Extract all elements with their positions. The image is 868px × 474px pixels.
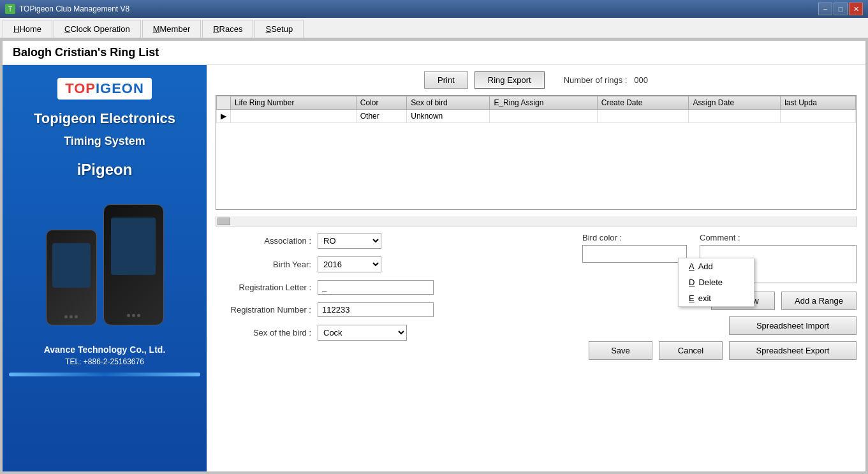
- sex-label: Sex of the bird :: [216, 328, 311, 337]
- spreadsheet-export-button[interactable]: Spreadsheet Export: [729, 341, 857, 360]
- cell-sex: Unknown: [407, 110, 490, 123]
- th-color: Color: [356, 96, 407, 110]
- th-indicator: [217, 96, 231, 110]
- main-window: Balogh Cristian's Ring List TOPIGEON Top…: [3, 41, 865, 471]
- row-indicator: ▶: [217, 110, 231, 123]
- device-small: [46, 230, 97, 325]
- sidebar: TOPIGEON Topigeon Electronics Timing Sys…: [3, 65, 207, 471]
- table-row[interactable]: ▶ Other Unknown: [217, 110, 856, 123]
- registration-letter-label: Registration Letter :: [216, 283, 311, 292]
- association-label: Association :: [216, 236, 311, 246]
- device-dots-large: [127, 314, 140, 317]
- cell-e-ring: [490, 110, 597, 123]
- sidebar-devices: [22, 185, 188, 325]
- cell-life-ring: [231, 110, 357, 123]
- save-button[interactable]: Save: [589, 341, 652, 360]
- th-life-ring-number: Life Ring Number: [231, 96, 357, 110]
- sidebar-accent: [9, 373, 200, 376]
- rings-table-container[interactable]: Life Ring Number Color Sex of bird E_Rin…: [216, 95, 857, 210]
- association-row: Association : RO FCI NBB: [216, 233, 572, 249]
- save-cancel-row: Save Cancel Spreadsheet Export: [582, 341, 857, 360]
- registration-number-input[interactable]: [318, 302, 434, 317]
- sex-row: Sex of the bird : Cock Hen Unknown: [216, 325, 572, 341]
- spreadsheet-import-wrapper: Spreadsheet Import: [582, 316, 857, 335]
- device-screen-large: [111, 218, 156, 275]
- bottom-right: Bird color : A Add D Delete: [582, 233, 857, 360]
- birth-year-label: Birth Year:: [216, 260, 311, 269]
- cell-assign-date: [689, 110, 781, 123]
- rings-count: 000: [634, 75, 648, 85]
- sidebar-tel: TEL: +886-2-25163676: [65, 357, 144, 366]
- minimize-button[interactable]: −: [818, 3, 832, 15]
- sidebar-logo: TOPIGEON: [57, 78, 152, 100]
- add-range-button[interactable]: Add a Range: [781, 292, 857, 310]
- table-header-row: Life Ring Number Color Sex of bird E_Rin…: [217, 96, 856, 110]
- birth-year-select[interactable]: 2016 2015 2014 2017 2018: [318, 256, 381, 272]
- registration-letter-row: Registration Letter :: [216, 280, 572, 295]
- title-bar-left: T TOPigeon Club Management V8: [5, 4, 129, 14]
- logo-text: TOPIGEON: [65, 80, 144, 96]
- table-scrollbar[interactable]: [216, 216, 857, 226]
- bottom-section: Association : RO FCI NBB Birth Year: 201…: [216, 233, 857, 360]
- registration-number-label: Registration Number :: [216, 305, 311, 315]
- main-panel: Print Ring Export Number of rings : 000 …: [207, 65, 865, 471]
- context-menu-delete[interactable]: D Delete: [679, 274, 754, 290]
- app-icon: T: [5, 4, 15, 14]
- bird-color-wrapper: A Add D Delete E exit: [582, 245, 687, 263]
- tab-member[interactable]: M Member: [142, 20, 202, 38]
- tab-races[interactable]: R Races: [202, 20, 253, 38]
- spreadsheet-import-button[interactable]: Spreadsheet Import: [729, 316, 857, 335]
- th-create-date: Create Date: [597, 96, 689, 110]
- menu-bar: H Home C Clock Operation M Member R Race…: [0, 18, 868, 38]
- context-menu-add[interactable]: A Add: [679, 258, 754, 274]
- device-screen-small: [52, 243, 91, 288]
- tab-home[interactable]: H Home: [3, 20, 52, 38]
- th-last-update: last Upda: [781, 96, 856, 110]
- bottom-left-form: Association : RO FCI NBB Birth Year: 201…: [216, 233, 572, 360]
- app-title: TOPigeon Club Management V8: [19, 4, 129, 13]
- device-large: [103, 204, 164, 325]
- cancel-button[interactable]: Cancel: [659, 341, 723, 360]
- close-button[interactable]: ✕: [849, 3, 863, 15]
- content-area: TOPIGEON Topigeon Electronics Timing Sys…: [3, 65, 865, 471]
- bird-color-section: Bird color : A Add D Delete: [582, 233, 687, 285]
- rings-table: Life Ring Number Color Sex of bird E_Rin…: [216, 96, 856, 123]
- context-menu-exit[interactable]: E exit: [679, 290, 754, 306]
- device-dots-small: [64, 315, 78, 318]
- title-bar: T TOPigeon Club Management V8 − □ ✕: [0, 0, 868, 18]
- th-assign-date: Assign Date: [689, 96, 781, 110]
- association-select[interactable]: RO FCI NBB: [318, 233, 381, 249]
- tab-setup[interactable]: S Setup: [254, 20, 304, 38]
- registration-letter-input[interactable]: [318, 280, 434, 295]
- th-e-ring-assign: E_Ring Assign: [490, 96, 597, 110]
- print-button[interactable]: Print: [424, 71, 468, 89]
- bird-color-comment-row: Bird color : A Add D Delete: [582, 233, 857, 285]
- sex-select[interactable]: Cock Hen Unknown: [318, 325, 407, 341]
- page-title: Balogh Cristian's Ring List: [3, 41, 865, 65]
- bird-color-input[interactable]: [582, 245, 687, 263]
- sidebar-product: iPigeon: [77, 161, 133, 179]
- comment-label: Comment :: [700, 233, 857, 242]
- sidebar-title-line2: Timing System: [64, 135, 145, 148]
- context-menu: A Add D Delete E exit: [678, 258, 754, 307]
- cell-create-date: [597, 110, 689, 123]
- bird-color-label: Bird color :: [582, 233, 687, 242]
- sidebar-company: Avance Technology Co., Ltd.: [44, 344, 166, 355]
- maximize-button[interactable]: □: [834, 3, 848, 15]
- th-sex-of-bird: Sex of bird: [407, 96, 490, 110]
- rings-info: Number of rings : 000: [564, 75, 648, 85]
- cell-color: Other: [356, 110, 407, 123]
- cell-last-update: [781, 110, 856, 123]
- sidebar-title-line1: Topigeon Electronics: [34, 110, 175, 128]
- registration-number-row: Registration Number :: [216, 302, 572, 317]
- scrollbar-thumb[interactable]: [217, 218, 230, 225]
- toolbar-row: Print Ring Export Number of rings : 000: [216, 71, 857, 89]
- rings-info-label: Number of rings :: [564, 75, 628, 85]
- tab-clock-operation[interactable]: C Clock Operation: [54, 20, 141, 38]
- window-controls[interactable]: − □ ✕: [818, 3, 863, 15]
- ring-export-button[interactable]: Ring Export: [474, 71, 545, 89]
- birth-year-row: Birth Year: 2016 2015 2014 2017 2018: [216, 256, 572, 272]
